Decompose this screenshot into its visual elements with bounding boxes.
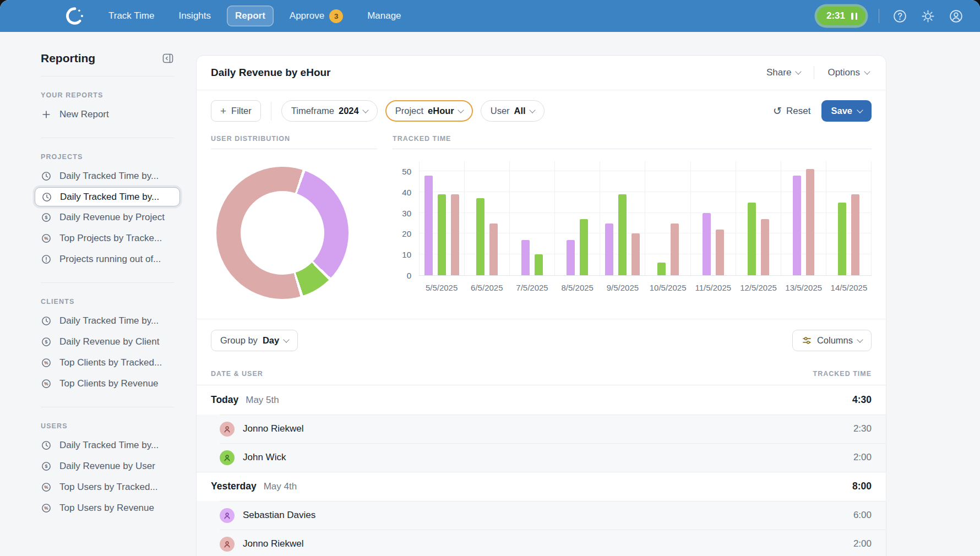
brand-logo-icon[interactable]: [65, 6, 85, 26]
page-title: Daily Revenue by eHour: [211, 67, 331, 79]
bar-green: [438, 194, 446, 276]
user-name: Sebastian Davies: [243, 510, 315, 521]
sidebar-item-top-clients-by-tracked[interactable]: %Top Clients by Tracked...: [35, 353, 180, 373]
add-filter-button[interactable]: + Filter: [211, 100, 261, 122]
bar-group-13-5-2025: [781, 161, 826, 275]
bar-chart-plot: [419, 161, 872, 276]
section-divider: [41, 138, 174, 138]
group-time: 4:30: [852, 394, 872, 406]
group-label: Yesterday: [211, 481, 257, 492]
options-button[interactable]: Options: [814, 67, 872, 78]
dollar-icon: $: [41, 461, 52, 472]
row-divider: [220, 530, 886, 530]
filter-separator: [271, 102, 271, 121]
save-button[interactable]: Save: [821, 100, 872, 122]
filter-pill-timeframe[interactable]: Timeframe2024: [281, 100, 378, 122]
group-date: May 5th: [246, 395, 279, 406]
x-tick-label: 13/5/2025: [781, 283, 826, 292]
svg-text:$: $: [45, 464, 48, 469]
share-button[interactable]: Share: [753, 67, 814, 78]
x-tick-label: 11/5/2025: [690, 283, 736, 292]
sidebar-item-projects-running-out-of[interactable]: Projects running out of...: [35, 249, 180, 269]
user-avatar-icon: [220, 450, 235, 465]
table-row-group-today[interactable]: TodayMay 5th4:30: [197, 385, 886, 415]
x-tick-label: 5/5/2025: [419, 283, 464, 292]
user-avatar-icon: [220, 422, 235, 437]
user-time: 2:00: [853, 452, 872, 463]
sidebar-item-label: Daily Revenue by User: [59, 461, 155, 472]
group-by-button[interactable]: Group by Day: [211, 330, 298, 351]
filter-pill-project[interactable]: ProjecteHour: [385, 100, 473, 122]
row-divider: [220, 501, 886, 502]
bar-group-12-5-2025: [736, 161, 781, 275]
percent-icon: %: [41, 378, 52, 389]
percent-icon: %: [41, 482, 52, 493]
panel-collapse-icon[interactable]: [162, 52, 174, 64]
timer-pill[interactable]: 2:31: [817, 7, 865, 25]
sidebar-item-label: Daily Tracked Time by...: [59, 171, 159, 182]
row-divider: [197, 472, 886, 472]
nav-item-label: Report: [235, 10, 265, 21]
bar-rose: [489, 224, 498, 276]
sidebar-item-label: Top Clients by Revenue: [59, 378, 159, 389]
sidebar-item-daily-tracked-time-by[interactable]: Daily Tracked Time by...: [35, 435, 180, 455]
sidebar-item-daily-tracked-time-by[interactable]: Daily Tracked Time by...: [35, 187, 180, 206]
table-row-user-sebastian-davies[interactable]: Sebastian Davies6:00: [197, 501, 886, 530]
column-header-tracked-time: TRACKED TIME: [813, 370, 872, 378]
nav-item-report[interactable]: Report: [227, 6, 274, 26]
sidebar-item-daily-revenue-by-user[interactable]: $Daily Revenue by User: [35, 456, 180, 476]
svg-text:%: %: [44, 361, 48, 366]
sidebar-item-daily-revenue-by-client[interactable]: $Daily Revenue by Client: [35, 332, 180, 352]
gear-icon[interactable]: [921, 9, 935, 24]
table-row-group-yesterday[interactable]: YesterdayMay 4th8:00: [197, 472, 886, 501]
nav-item-approve[interactable]: Approve3: [281, 4, 351, 28]
sidebar-item-top-projects-by-tracke[interactable]: %Top Projects by Tracke...: [35, 228, 180, 248]
columns-button[interactable]: Columns: [792, 330, 872, 351]
y-tick-label: 10: [402, 250, 411, 259]
y-tick-label: 30: [402, 209, 411, 218]
sidebar-item-daily-revenue-by-project[interactable]: $Daily Revenue by Project: [35, 208, 180, 227]
nav-separator: [879, 9, 879, 23]
account-icon[interactable]: [949, 9, 963, 24]
sidebar-divider: [41, 76, 174, 77]
nav-item-manage[interactable]: Manage: [359, 6, 409, 26]
chevron-down-icon: [857, 107, 863, 113]
bar-green: [838, 203, 846, 275]
table-row-user-jonno-riekwel[interactable]: Jonno Riekwel2:00: [197, 530, 886, 556]
x-tick-label: 7/5/2025: [509, 283, 554, 292]
nav-item-insights[interactable]: Insights: [170, 6, 219, 26]
sidebar-item-daily-tracked-time-by[interactable]: Daily Tracked Time by...: [35, 166, 180, 186]
sidebar-item-top-clients-by-revenue[interactable]: %Top Clients by Revenue: [35, 374, 180, 394]
timer-value: 2:31: [826, 10, 845, 21]
sidebar-item-label: Daily Tracked Time by...: [59, 440, 159, 451]
help-icon[interactable]: [892, 9, 907, 24]
bar-chart-title: TRACKED TIME: [393, 135, 872, 149]
sidebar-item-top-users-by-tracked[interactable]: %Top Users by Tracked...: [35, 477, 180, 497]
user-time: 2:00: [853, 538, 872, 549]
table-row-user-jonno-riekwel[interactable]: Jonno Riekwel2:30: [197, 415, 886, 443]
sidebar-item-daily-tracked-time-by[interactable]: Daily Tracked Time by...: [35, 311, 180, 331]
column-header-date-user: DATE & USER: [211, 370, 263, 378]
bar-rose: [761, 219, 769, 275]
nav-item-track-time[interactable]: Track Time: [100, 6, 162, 26]
pause-icon[interactable]: [851, 13, 857, 20]
sidebar-item-top-users-by-revenue[interactable]: %Top Users by Revenue: [35, 498, 180, 518]
bar-purple: [793, 176, 801, 276]
bar-green: [618, 194, 627, 276]
approve-count-badge: 3: [329, 9, 343, 23]
filter-pill-user[interactable]: UserAll: [481, 100, 545, 122]
bar-group-9-5-2025: [600, 161, 645, 275]
x-tick-label: 8/5/2025: [555, 283, 600, 292]
x-tick-label: 14/5/2025: [826, 283, 872, 292]
top-nav: Track TimeInsightsReportApprove3Manage 2…: [0, 0, 980, 32]
bar-green: [476, 198, 484, 275]
reset-button[interactable]: ↺ Reset: [773, 106, 810, 117]
sidebar-item-label: Daily Tracked Time by...: [60, 192, 159, 203]
table-row-user-john-wick[interactable]: John Wick2:00: [197, 443, 886, 472]
chevron-down-icon: [362, 107, 368, 113]
bar-rose: [851, 194, 859, 276]
section-label-users: USERS: [41, 422, 174, 430]
sidebar-item-new-report[interactable]: New Report: [35, 105, 180, 124]
svg-text:$: $: [45, 339, 48, 345]
y-tick-label: 40: [402, 188, 411, 197]
